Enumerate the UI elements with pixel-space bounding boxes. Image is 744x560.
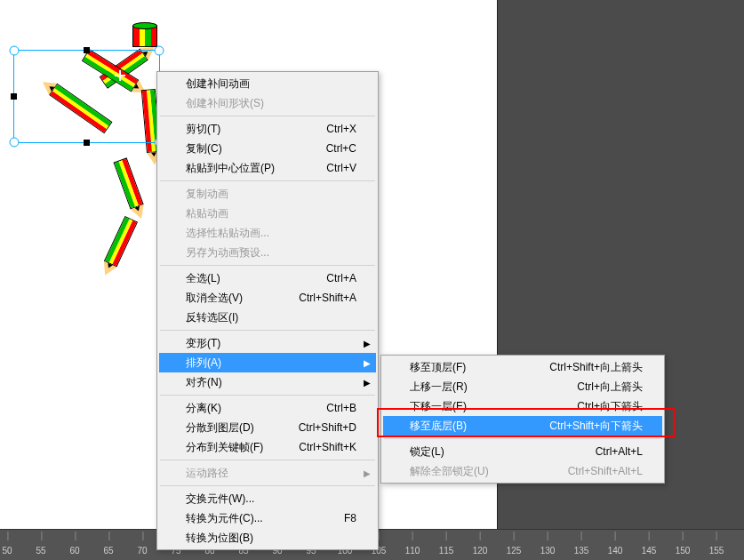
- context-menu-item-1: 创建补间形状(S): [159, 93, 376, 113]
- submenu-item-label: 移至顶层(F): [410, 360, 514, 375]
- context-menu-item-label: 粘贴到中心位置(P): [186, 161, 291, 176]
- context-menu-item-shortcut: Ctrl+X: [326, 123, 356, 135]
- registration-point-1: [48, 115, 59, 125]
- submenu-item-shortcut: Ctrl+Shift+向下箭头: [549, 419, 643, 434]
- context-menu-item-shortcut: F8: [344, 512, 356, 524]
- context-menu-item-shortcut: Ctrl+Shift+A: [299, 292, 356, 304]
- context-menu-item-label: 分布到关键帧(F): [186, 440, 263, 455]
- context-menu-item-shortcut: Ctrl+V: [326, 162, 356, 174]
- context-menu-item-5[interactable]: 粘贴到中心位置(P)Ctrl+V: [159, 158, 376, 178]
- chevron-right-icon: ▶: [364, 468, 371, 478]
- context-menu-item-label: 取消全选(V): [186, 291, 263, 306]
- context-menu-item-26[interactable]: 交换元件(W)...: [159, 489, 376, 508]
- submenu-item-label: 移至底层(B): [410, 419, 514, 434]
- context-menu-item-16[interactable]: 变形(T)▶: [159, 333, 376, 353]
- submenu-item-shortcut: Ctrl+向上箭头: [577, 380, 643, 395]
- context-menu-item-20[interactable]: 分离(K)Ctrl+B: [159, 398, 376, 418]
- submenu-item-shortcut: Ctrl+向下箭头: [577, 399, 643, 414]
- submenu-item-shortcut: Ctrl+Alt+L: [596, 445, 643, 458]
- context-menu-item-22[interactable]: 分布到关键帧(F)Ctrl+Shift+K: [159, 437, 376, 457]
- chevron-right-icon: ▶: [364, 358, 371, 368]
- context-menu-item-8: 粘贴动画: [159, 204, 376, 223]
- ruler-tick: 150: [676, 546, 691, 556]
- submenu-item-shortcut: Ctrl+Shift+向上箭头: [549, 360, 643, 375]
- ruler-tick: 55: [36, 546, 45, 556]
- submenu-item-5[interactable]: 锁定(L)Ctrl+Alt+L: [383, 442, 662, 461]
- ruler-tick: 125: [507, 546, 522, 556]
- context-menu-item-4[interactable]: 复制(C)Ctrl+C: [159, 139, 376, 158]
- submenu-item-label: 锁定(L): [410, 444, 560, 460]
- context-menu-item-10: 另存为动画预设...: [159, 243, 376, 262]
- context-menu-separator: [160, 265, 375, 266]
- pencil-leg-1: [114, 157, 148, 220]
- ruler-tick: 140: [608, 546, 623, 556]
- context-menu-item-label: 全选(L): [186, 271, 291, 286]
- selection-box[interactable]: [13, 50, 160, 143]
- context-menu-item-label: 反转选区(I): [186, 310, 356, 325]
- context-menu-item-0[interactable]: 创建补间动画: [159, 74, 376, 93]
- context-menu-item-3[interactable]: 剪切(T)Ctrl+X: [159, 119, 376, 139]
- context-menu-item-28[interactable]: 转换为位图(B): [159, 528, 376, 548]
- submenu-separator: [384, 438, 661, 439]
- arrange-submenu[interactable]: 移至顶层(F)Ctrl+Shift+向上箭头上移一层(R)Ctrl+向上箭头下移…: [380, 355, 665, 484]
- context-menu-separator: [160, 116, 375, 116]
- context-menu-item-label: 转换为位图(B): [186, 531, 356, 546]
- context-menu-item-shortcut: Ctrl+Shift+K: [299, 441, 356, 453]
- context-menu-item-shortcut: Ctrl+A: [326, 272, 356, 284]
- context-menu-item-label: 粘贴动画: [186, 206, 356, 221]
- ruler-tick: 65: [103, 546, 113, 556]
- context-menu[interactable]: 创建补间动画创建补间形状(S)剪切(T)Ctrl+X复制(C)Ctrl+C粘贴到…: [156, 71, 379, 550]
- context-menu-item-label: 转换为元件(C)...: [186, 511, 308, 526]
- context-menu-item-shortcut: Ctrl+Shift+D: [299, 421, 356, 434]
- context-menu-item-9: 选择性粘贴动画...: [159, 223, 376, 243]
- ruler-tick: 130: [540, 546, 556, 556]
- context-menu-item-label: 分散到图层(D): [186, 420, 263, 436]
- submenu-item-label: 上移一层(R): [410, 380, 541, 395]
- context-menu-item-label: 分离(K): [186, 401, 291, 416]
- context-menu-item-13[interactable]: 取消全选(V)Ctrl+Shift+A: [159, 288, 376, 308]
- context-menu-item-label: 变形(T): [186, 336, 356, 351]
- submenu-item-shortcut: Ctrl+Shift+Alt+L: [568, 465, 643, 477]
- submenu-item-3[interactable]: 移至底层(B)Ctrl+Shift+向下箭头: [383, 416, 662, 436]
- pencil-cap-top: [132, 22, 157, 29]
- context-menu-item-18[interactable]: 对齐(N)▶: [159, 372, 376, 392]
- context-menu-item-label: 剪切(T): [186, 122, 291, 137]
- context-menu-item-label: 创建补间动画: [186, 76, 356, 92]
- ruler-tick: 70: [137, 546, 147, 556]
- context-menu-item-label: 对齐(N): [186, 375, 356, 390]
- submenu-item-2[interactable]: 下移一层(E)Ctrl+向下箭头: [383, 396, 662, 416]
- context-menu-item-label: 排列(A): [186, 356, 356, 371]
- context-menu-separator: [160, 460, 375, 460]
- context-menu-item-label: 复制(C): [186, 141, 291, 156]
- context-menu-separator: [160, 485, 375, 486]
- context-menu-separator: [160, 395, 375, 396]
- context-menu-separator: [160, 330, 375, 331]
- context-menu-item-label: 运动路径: [186, 466, 356, 481]
- context-menu-item-7: 复制动画: [159, 184, 376, 204]
- context-menu-item-24: 运动路径▶: [159, 463, 376, 483]
- pencil-leg-2: [99, 216, 138, 278]
- ruler-tick: 145: [642, 546, 657, 556]
- submenu-item-1[interactable]: 上移一层(R)Ctrl+向上箭头: [383, 377, 662, 396]
- context-menu-separator: [160, 180, 375, 181]
- ruler-tick: 50: [2, 546, 12, 556]
- ruler-tick: 115: [439, 546, 454, 556]
- context-menu-item-12[interactable]: 全选(L)Ctrl+A: [159, 268, 376, 288]
- chevron-right-icon: ▶: [364, 339, 371, 348]
- submenu-item-6: 解除全部锁定(U)Ctrl+Shift+Alt+L: [383, 461, 662, 481]
- ruler-tick: 110: [405, 546, 420, 556]
- ruler-tick: 155: [709, 546, 724, 556]
- context-menu-item-label: 创建补间形状(S): [186, 96, 356, 111]
- context-menu-item-14[interactable]: 反转选区(I): [159, 308, 376, 327]
- registration-point-2: [115, 70, 125, 81]
- context-menu-item-label: 另存为动画预设...: [186, 245, 356, 260]
- context-menu-item-shortcut: Ctrl+B: [326, 402, 356, 414]
- context-menu-item-21[interactable]: 分散到图层(D)Ctrl+Shift+D: [159, 418, 376, 437]
- context-menu-item-17[interactable]: 排列(A)▶: [159, 353, 376, 372]
- ruler-tick: 120: [473, 546, 488, 556]
- context-menu-item-label: 复制动画: [186, 187, 356, 202]
- context-menu-item-label: 交换元件(W)...: [186, 492, 356, 507]
- context-menu-item-27[interactable]: 转换为元件(C)...F8: [159, 508, 376, 528]
- submenu-item-0[interactable]: 移至顶层(F)Ctrl+Shift+向上箭头: [383, 357, 662, 377]
- ruler-tick: 60: [69, 546, 79, 556]
